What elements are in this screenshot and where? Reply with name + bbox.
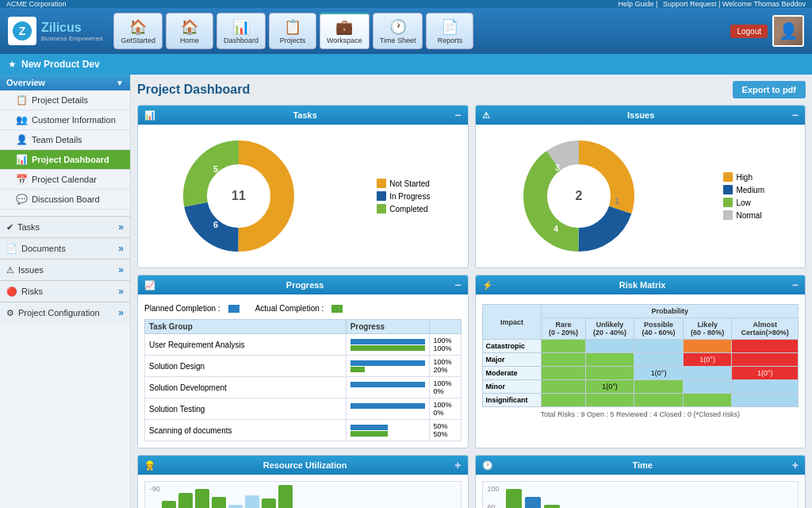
resource-panel-title: Resource Utilization [263, 460, 347, 470]
task-pct: 100%100% [429, 334, 461, 356]
project-calendar-icon: 📅 [16, 174, 28, 185]
risk-panel-header: ⚡ Risk Matrix − [476, 275, 806, 294]
risk-panel-title: Risk Matrix [619, 280, 666, 290]
nav-workspace-label: Workspace [327, 37, 362, 44]
sidebar-item-issues[interactable]: ⚠ Issues » [0, 259, 130, 280]
tasks-legend: Not Started In Progress Completed [377, 179, 430, 214]
risk-cell [585, 340, 634, 353]
nav-timesheet-label: Time Sheet [380, 37, 416, 44]
risk-cell [542, 380, 585, 394]
legend-not-started: Not Started [377, 179, 430, 188]
risk-footer: Total Risks : 9 Open : 5 Reviewed : 4 Cl… [482, 410, 799, 418]
risk-cell [585, 367, 634, 380]
planned-bar [350, 425, 388, 430]
help-guide-link[interactable]: Help Guide [619, 0, 654, 8]
sidebar-item-label: Discussion Board [32, 194, 100, 204]
high-color [723, 172, 733, 182]
tasks-arrow-icon: » [118, 221, 124, 233]
table-row: Catastropic [482, 340, 799, 353]
sidebar-item-project-dashboard[interactable]: 📊 Project Dashboard [0, 150, 130, 170]
risk-cell [683, 367, 732, 380]
nav-reports[interactable]: 📄 Reports [426, 13, 473, 49]
nav-workspace[interactable]: 💼 Workspace [320, 13, 370, 49]
progress-collapse-button[interactable]: − [454, 279, 461, 291]
home-icon: 🏠 [181, 18, 198, 36]
progress-table: Task Group Progress User Requirement Ana… [144, 319, 462, 441]
nav-projects[interactable]: 📋 Projects [269, 13, 316, 49]
sidebar-item-team-details[interactable]: 👤 Team Details [0, 130, 130, 150]
time-panel-title: Time [632, 460, 652, 470]
progress-legend-row: Planned Completion : Actual Completion : [144, 301, 462, 316]
not-started-label: Not Started [389, 179, 430, 188]
documents-label: Documents [21, 244, 66, 253]
legend-low: Low [723, 198, 764, 207]
task-pct: 100%0% [429, 398, 461, 420]
risk-cell: 1(0°) [634, 367, 684, 380]
sidebar-item-project-calendar[interactable]: 📅 Project Calendar [0, 170, 130, 190]
sidebar-item-project-details[interactable]: 📋 Project Details [0, 90, 130, 110]
time-panel: 🕐 Time + 100 60 0 [475, 455, 806, 508]
resource-bar [278, 485, 293, 508]
task-name: User Requirement Analysis [145, 334, 347, 356]
sidebar-item-label: Project Details [32, 95, 88, 105]
resource-bar [195, 489, 209, 508]
normal-label: Normal [736, 211, 761, 220]
low-color [723, 198, 733, 207]
nav-getstarted[interactable]: 🏠 GetStarted [113, 13, 163, 49]
sidebar-item-customer-info[interactable]: 👥 Customer Information [0, 110, 130, 130]
resource-bar [245, 495, 259, 508]
tasks-panel-header: 📊 Tasks − [138, 106, 468, 125]
legend-high: High [723, 172, 764, 182]
high-label: High [736, 173, 753, 182]
nav-home[interactable]: 🏠 Home [166, 13, 213, 49]
risk-collapse-button[interactable]: − [792, 279, 799, 291]
resource-bar [262, 498, 276, 508]
risk-cell [634, 353, 684, 367]
export-button[interactable]: Export to pdf [733, 81, 806, 98]
top-links: Help Guide | Support Request | Welcome T… [615, 0, 806, 8]
reports-icon: 📄 [441, 18, 458, 36]
page-title: Project Dashboard [137, 83, 250, 97]
task-bar [346, 356, 429, 377]
impact-moderate: Moderate [482, 367, 542, 380]
col-rare: Rare(0 - 20%) [542, 318, 585, 340]
normal-color [723, 210, 733, 220]
sidebar-item-documents[interactable]: 📄 Documents » [0, 237, 130, 259]
sidebar-item-risks[interactable]: 🔴 Risks » [0, 280, 130, 302]
customer-info-icon: 👥 [16, 114, 28, 125]
tasks-collapse-button[interactable]: − [454, 109, 461, 121]
time-collapse-button[interactable]: + [792, 459, 799, 471]
risk-panel-body: Impact Probability Rare(0 - 20%) Unlikel… [476, 294, 806, 425]
discussion-board-icon: 💬 [16, 194, 28, 205]
sidebar-overview-header[interactable]: Overview ▼ [0, 75, 130, 90]
issues-legend: High Medium Low Normal [723, 172, 764, 220]
svg-text:4: 4 [553, 224, 559, 233]
risk-panel: ⚡ Risk Matrix − Impact Probability Rare(… [475, 275, 806, 448]
logout-button[interactable]: Logout [730, 25, 768, 38]
task-name: Scanning of documents [145, 420, 347, 441]
impact-insignificant: Insignificant [482, 394, 542, 407]
company-name: ACME Corporation [6, 0, 67, 8]
resource-collapse-button[interactable]: + [454, 459, 461, 471]
svg-text:6: 6 [213, 220, 218, 229]
progress-panel: 📈 Progress − Planned Completion : Actual… [137, 275, 469, 448]
team-details-icon: 👤 [16, 134, 28, 145]
nav-home-label: Home [180, 37, 199, 44]
support-request-link[interactable]: Support Request [663, 0, 717, 8]
task-name: Solution Design [145, 356, 347, 377]
nav-timesheet[interactable]: 🕐 Time Sheet [373, 13, 423, 49]
task-bar [346, 377, 429, 398]
content-area: Project Dashboard Export to pdf 📊 Tasks … [131, 75, 812, 508]
sidebar-item-discussion-board[interactable]: 💬 Discussion Board [0, 190, 130, 210]
sidebar-item-tasks[interactable]: ✔ Tasks » [0, 216, 130, 237]
sidebar-item-project-config[interactable]: ⚙ Project Configuration » [0, 302, 130, 323]
issues-collapse-button[interactable]: − [792, 109, 799, 121]
table-row: Scanning of documents 50%50% [145, 420, 462, 441]
risk-cell [634, 380, 684, 394]
task-bar [346, 334, 429, 356]
sidebar-item-label: Customer Information [32, 115, 116, 125]
nav-getstarted-label: GetStarted [121, 37, 155, 44]
task-bar [346, 420, 429, 441]
nav-dashboard[interactable]: 📊 Dashboard [216, 13, 266, 49]
risk-cell: 1(0°) [732, 367, 799, 380]
